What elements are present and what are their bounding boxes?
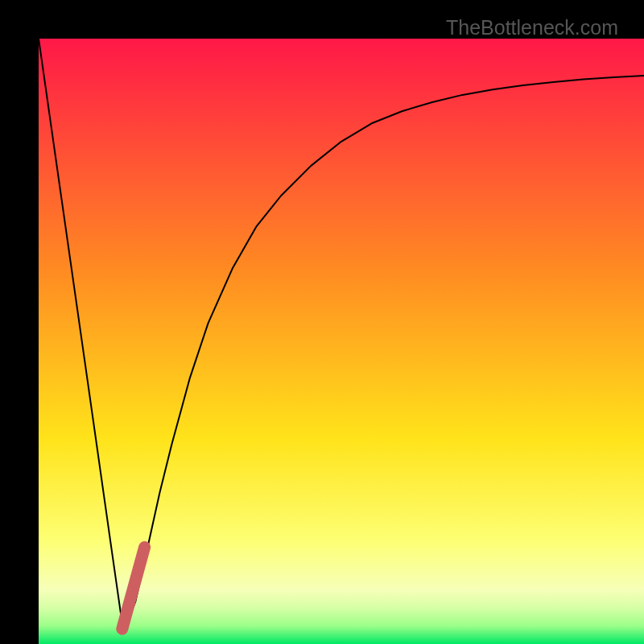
chart-frame: TheBottleneck.com [0, 0, 644, 644]
bottleneck-chart [39, 39, 644, 644]
watermark-text: TheBottleneck.com [446, 16, 618, 39]
chart-background [39, 39, 644, 644]
